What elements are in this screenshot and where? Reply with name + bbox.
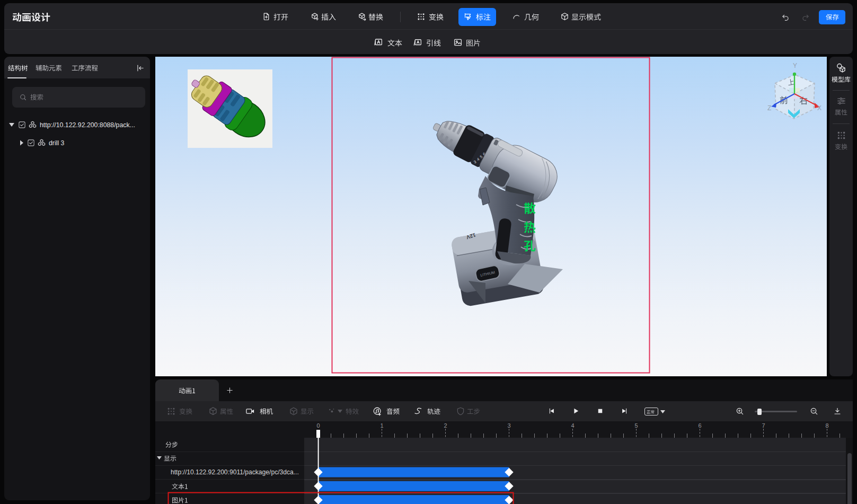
svg-text:Y: Y: [793, 62, 797, 69]
svg-text:X: X: [817, 104, 821, 112]
svg-text:Z: Z: [767, 104, 771, 112]
